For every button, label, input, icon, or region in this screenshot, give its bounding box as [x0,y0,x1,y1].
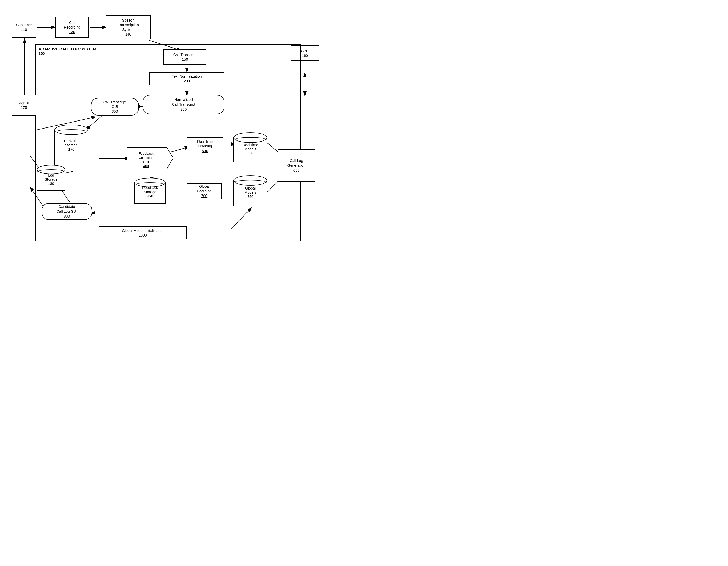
customer-box: Customer 110 [12,17,36,38]
system-title: ADAPTIVE CALL LOG SYSTEM 100 [39,47,96,56]
svg-text:Collection: Collection [139,156,153,160]
realtime-models-cylinder: Real-timeModels 550 [233,132,267,162]
speech-transcription-num: 140 [125,32,131,37]
customer-num: 110 [21,27,27,32]
call-transcript-gui-box: Call TranscriptGUI 300 [91,98,139,115]
cpu-num: 160 [302,53,308,58]
candidate-call-log-gui-box: CandidateCall Log GUI 800 [42,203,92,220]
global-learning-box: GlobalLearning 700 [187,183,222,199]
transcript-storage-cylinder: TranscriptStorage 170 [54,125,88,167]
call-recording-box: CallRecording 130 [55,17,89,38]
speech-transcription-label: SpeechTranscriptionSystem [118,18,139,32]
feedback-storage-cylinder: FeedbackStorage 450 [134,178,166,204]
svg-text:Unit: Unit [143,160,149,164]
agent-label: Agent [19,100,29,105]
global-models-cylinder: GlobalModels 750 [233,175,267,206]
call-transcript-gui-label: Call TranscriptGUI [103,100,126,109]
log-storage-cylinder: LogStorage 180 [37,165,65,191]
agent-num: 120 [21,105,27,110]
diagram-container: Customer 110 CallRecording 130 SpeechTra… [5,5,322,249]
svg-text:400: 400 [143,164,149,168]
agent-box: Agent 120 [12,95,36,115]
svg-text:Feedback: Feedback [139,152,154,155]
realtime-learning-box: Real-timeLearning 500 [187,137,223,155]
cpu-label: CPU [301,49,309,53]
feedback-collection-box: Feedback Collection Unit 400 [127,147,173,169]
call-log-generation-box: Call LogGeneration 600 [278,149,315,182]
call-recording-num: 130 [69,30,75,34]
speech-transcription-box: SpeechTranscriptionSystem 140 [106,15,151,39]
call-transcript-gui-num: 300 [112,109,118,114]
customer-label: Customer [16,23,32,27]
call-recording-label: CallRecording [64,20,80,30]
global-model-init-box: Global Model Initialization 1000 [99,226,187,239]
